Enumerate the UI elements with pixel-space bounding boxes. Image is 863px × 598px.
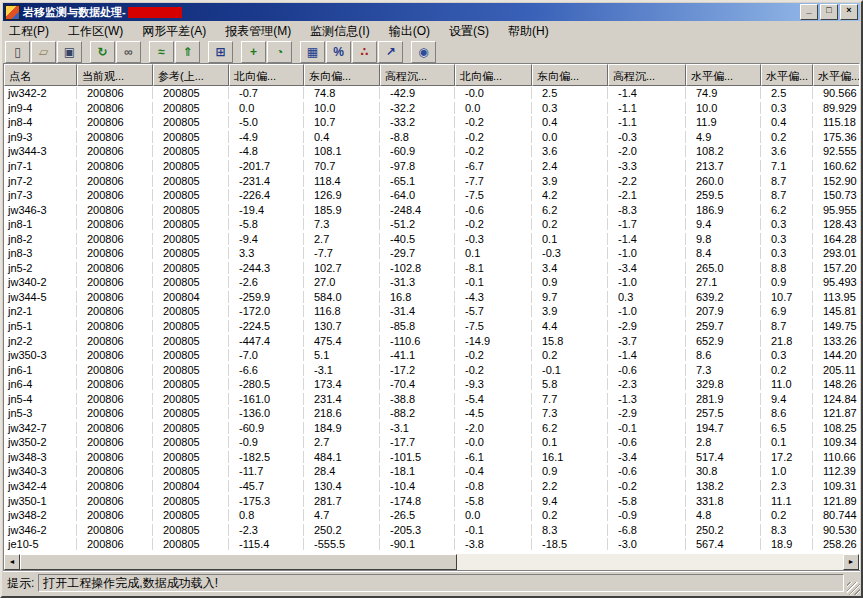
column-header[interactable]: 当前观...	[77, 64, 153, 86]
data-grid-button[interactable]: ⊞	[208, 41, 233, 63]
table-row[interactable]: jn5-1200806200805-224.5130.7-85.8-7.54.4…	[4, 319, 859, 334]
table-row[interactable]: jw342-7200806200805-60.9184.9-3.1-2.06.2…	[4, 421, 859, 436]
menu-item-reports[interactable]: 报表管理(M)	[219, 22, 297, 41]
table-cell: 150.73	[813, 189, 859, 201]
table-row[interactable]: jn5-3200806200805-136.0218.6-88.2-4.57.3…	[4, 406, 859, 421]
column-header[interactable]: 东向偏...	[532, 64, 608, 86]
table-cell: -70.4	[380, 378, 455, 390]
table-row[interactable]: jw348-3200806200805-182.5484.1-101.5-6.1…	[4, 450, 859, 465]
table-row[interactable]: jw340-2200806200805-2.627.0-31.3-0.10.9-…	[4, 275, 859, 290]
table-cell: jw344-5	[4, 291, 77, 303]
refresh-button[interactable]: ↻	[90, 41, 115, 63]
scroll-left-arrow-icon[interactable]: ◄	[4, 554, 20, 570]
menu-item-settings[interactable]: 设置(S)	[443, 22, 495, 41]
table-row[interactable]: jw342-2200806200805-0.774.8-42.9-0.02.5-…	[4, 86, 859, 101]
bar-chart-button[interactable]: ▦	[300, 41, 325, 63]
table-row[interactable]: jn6-1200806200805-6.6-3.1-17.2-0.2-0.1-0…	[4, 362, 859, 377]
menu-item-adjustment[interactable]: 网形平差(A)	[136, 22, 212, 41]
table-row[interactable]: jn9-3200806200805-4.90.4-8.8-0.20.0-0.34…	[4, 130, 859, 145]
scroll-right-arrow-icon[interactable]: ►	[843, 554, 859, 570]
column-header[interactable]: 北向偏...	[455, 64, 532, 86]
table-row[interactable]: jn2-1200806200805-172.0116.8-31.4-5.73.9…	[4, 304, 859, 319]
table-row[interactable]: jw348-22008062008050.84.7-26.50.00.2-0.9…	[4, 508, 859, 523]
table-cell: 11.0	[761, 378, 813, 390]
save-icon: ▣	[64, 46, 75, 58]
column-header[interactable]: 高程沉...	[380, 64, 455, 86]
resize-grip[interactable]	[847, 582, 860, 595]
table-row[interactable]: jn9-42008062008050.010.0-32.20.00.3-1.11…	[4, 101, 859, 116]
table-row[interactable]: je10-5200806200805-115.4-555.5-90.1-3.8-…	[4, 537, 859, 552]
table-row[interactable]: jn2-2200806200805-447.4475.4-110.6-14.91…	[4, 333, 859, 348]
menu-item-help[interactable]: 帮助(H)	[502, 22, 555, 41]
menu-item-project[interactable]: 工程(P)	[3, 22, 55, 41]
table-row[interactable]: jw342-4200806200804-45.7130.4-10.4-0.82.…	[4, 479, 859, 494]
menu-item-output[interactable]: 输出(O)	[383, 22, 436, 41]
maximize-button[interactable]: □	[820, 4, 838, 20]
column-header[interactable]: 北向偏...	[229, 64, 304, 86]
table-row[interactable]: jw346-3200806200805-19.4185.9-248.4-0.66…	[4, 202, 859, 217]
percent-chart-button[interactable]: %	[326, 41, 351, 63]
table-row[interactable]: jn6-4200806200805-280.5173.4-70.4-9.35.8…	[4, 377, 859, 392]
minimize-button[interactable]: _	[800, 4, 818, 20]
table-cell: 207.9	[686, 305, 761, 317]
table-row[interactable]: jn8-32008062008053.3-7.7-29.70.1-0.3-1.0…	[4, 246, 859, 261]
about-globe-button[interactable]: ◉	[411, 41, 436, 63]
history-button[interactable]: ◔	[267, 41, 292, 63]
table-row[interactable]: jn7-1200806200805-201.770.7-97.8-6.72.4-…	[4, 159, 859, 174]
table-cell: 331.8	[686, 495, 761, 507]
search-button[interactable]: ∞	[116, 41, 141, 63]
table-cell: 200806	[77, 407, 153, 419]
menu-item-workspace[interactable]: 工作区(W)	[62, 22, 129, 41]
title-bar[interactable]: 岩移监测与数据处理- _ □ ×	[3, 3, 860, 21]
level-route-button[interactable]: ≈	[149, 41, 174, 63]
column-header[interactable]: 高程沉...	[608, 64, 686, 86]
save-button[interactable]: ▣	[57, 41, 82, 63]
table-row[interactable]: jn7-3200806200805-226.4126.9-64.0-7.54.2…	[4, 188, 859, 203]
column-header[interactable]: 参考(上...	[153, 64, 229, 86]
table-row[interactable]: jw346-2200806200805-2.3250.2-205.3-0.18.…	[4, 522, 859, 537]
table-row[interactable]: jw344-5200806200804-259.9584.016.8-4.39.…	[4, 290, 859, 305]
table-cell: 200806	[77, 131, 153, 143]
close-button[interactable]: ×	[840, 4, 858, 20]
table-row[interactable]: jn5-2200806200805-244.3102.7-102.8-8.13.…	[4, 261, 859, 276]
scatter-chart-icon: ∴	[360, 46, 368, 58]
table-cell: 116.8	[304, 305, 380, 317]
table-cell: 2.8	[686, 436, 761, 448]
scrollbar-thumb[interactable]	[20, 554, 457, 570]
table-cell: 200806	[77, 116, 153, 128]
table-row[interactable]: jn8-2200806200805-9.42.7-40.5-0.30.1-1.4…	[4, 231, 859, 246]
trend-chart-button[interactable]: ↗	[378, 41, 403, 63]
table-cell: 102.7	[304, 262, 380, 274]
add-record-button[interactable]: +	[241, 41, 266, 63]
table-cell: -0.6	[455, 204, 532, 216]
table-cell: 6.5	[761, 422, 813, 434]
table-cell: 231.4	[304, 393, 380, 405]
column-header[interactable]: 东向偏...	[304, 64, 380, 86]
column-header[interactable]: 水平偏...	[686, 64, 761, 86]
scatter-chart-button[interactable]: ∴	[352, 41, 377, 63]
column-header[interactable]: 水平偏...	[761, 64, 813, 86]
table-row[interactable]: jw340-3200806200805-11.728.4-18.1-0.40.9…	[4, 464, 859, 479]
table-row[interactable]: jw350-1200806200805-175.3281.7-174.8-5.8…	[4, 493, 859, 508]
table-cell: -0.7	[229, 87, 304, 99]
column-header[interactable]: 点名	[4, 64, 77, 86]
open-project-button[interactable]: ▱	[31, 41, 56, 63]
table-row[interactable]: jn7-2200806200805-231.4118.4-65.1-7.73.9…	[4, 173, 859, 188]
table-cell: -26.5	[380, 509, 455, 521]
table-row[interactable]: jw350-3200806200805-7.05.1-41.1-0.20.2-1…	[4, 348, 859, 363]
column-header[interactable]: 水平偏...	[813, 64, 860, 86]
table-cell: -101.5	[380, 451, 455, 463]
table-row[interactable]: jn8-4200806200805-5.010.7-33.2-0.20.4-1.…	[4, 115, 859, 130]
table-cell: -3.0	[608, 538, 686, 550]
upload-data-button[interactable]: ⇑	[175, 41, 200, 63]
table-cell: -10.4	[380, 480, 455, 492]
menu-item-monitor[interactable]: 监测信息(I)	[304, 22, 375, 41]
history-icon: ◔	[276, 46, 283, 58]
table-row[interactable]: jn8-1200806200805-5.87.3-51.2-0.20.2-1.7…	[4, 217, 859, 232]
table-row[interactable]: jn5-4200806200805-161.0231.4-38.8-5.47.7…	[4, 391, 859, 406]
table-row[interactable]: jw344-3200806200805-4.8108.1-60.9-0.23.6…	[4, 144, 859, 159]
table-row[interactable]: jw350-2200806200805-0.92.7-17.7-0.00.1-0…	[4, 435, 859, 450]
new-project-button[interactable]: ▯	[5, 41, 30, 63]
table-cell: -3.7	[608, 335, 686, 347]
horizontal-scrollbar[interactable]: ◄ ►	[4, 554, 859, 570]
